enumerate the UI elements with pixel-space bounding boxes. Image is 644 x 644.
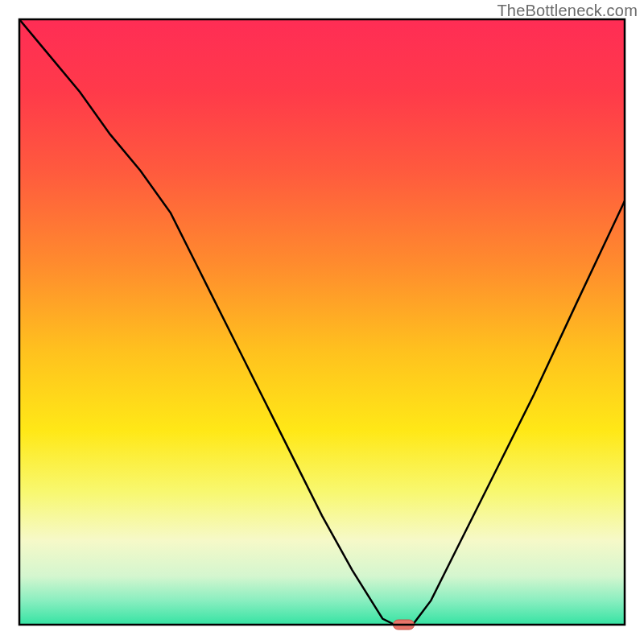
attribution-label: TheBottleneck.com bbox=[497, 2, 638, 20]
bottleneck-chart: TheBottleneck.com bbox=[0, 0, 644, 644]
plot-background bbox=[19, 19, 625, 625]
chart-svg bbox=[0, 0, 644, 644]
